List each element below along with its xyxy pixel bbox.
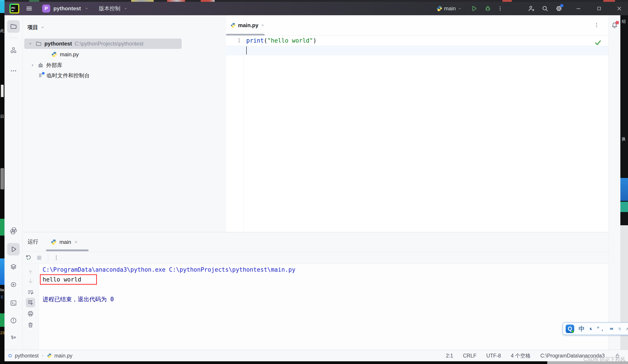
wrench-icon[interactable] bbox=[626, 326, 628, 332]
tree-file-name: main.py bbox=[60, 51, 79, 58]
toolbar-separator bbox=[48, 254, 48, 262]
run-button[interactable] bbox=[471, 5, 477, 12]
run-configuration-selector[interactable]: main bbox=[436, 5, 462, 12]
console-toolbar bbox=[22, 264, 39, 350]
inspections-ok-checkmark-icon[interactable] bbox=[594, 39, 602, 47]
ime-toolbar[interactable]: Q 中 °， bbox=[562, 322, 628, 335]
artifact-fragment bbox=[0, 313, 4, 327]
tool-terminal-button[interactable] bbox=[7, 297, 20, 309]
line-separator-widget[interactable]: CRLF bbox=[463, 353, 476, 359]
folder-icon bbox=[35, 41, 42, 47]
close-icon bbox=[616, 5, 623, 12]
breadcrumb-project[interactable]: pythontest bbox=[15, 353, 39, 359]
git-branch-icon bbox=[10, 335, 17, 342]
more-actions-button[interactable] bbox=[497, 5, 503, 12]
tree-row-main-py[interactable]: main.py bbox=[51, 49, 79, 60]
encoding-widget[interactable]: UTF-8 bbox=[486, 353, 501, 359]
run-tab-main[interactable]: main bbox=[46, 232, 89, 252]
close-button[interactable] bbox=[614, 2, 625, 15]
tool-project-button[interactable] bbox=[7, 20, 20, 33]
artifact-fragment bbox=[167, 0, 185, 2]
tool-more-button[interactable] bbox=[7, 64, 20, 77]
arrow-up-icon bbox=[27, 269, 34, 275]
python-icon bbox=[51, 239, 57, 245]
tab-close-icon[interactable] bbox=[74, 240, 78, 244]
run-tab-label: main bbox=[59, 239, 71, 245]
tool-git-button[interactable] bbox=[7, 332, 20, 345]
hexagon-play-icon bbox=[10, 281, 17, 288]
chevron-down-icon bbox=[84, 6, 89, 11]
main-menu-button[interactable] bbox=[26, 5, 33, 12]
moon-icon[interactable] bbox=[589, 326, 593, 332]
vcs-widget[interactable]: 版本控制 bbox=[99, 5, 128, 12]
settings-button[interactable] bbox=[555, 5, 562, 12]
minimize-button[interactable] bbox=[573, 2, 584, 15]
tool-python-console-button[interactable] bbox=[7, 278, 20, 291]
tree-external-libraries-label: 外部库 bbox=[46, 62, 62, 69]
code-line-1: print("hello world") bbox=[243, 36, 608, 46]
scratch-icon bbox=[38, 73, 44, 78]
soft-wrap-button[interactable] bbox=[26, 288, 35, 297]
artifact-fragment bbox=[201, 0, 215, 2]
pycharm-logo: PC bbox=[9, 3, 19, 13]
search-everywhere-button[interactable] bbox=[542, 5, 549, 12]
cursor-mover-icon[interactable] bbox=[618, 326, 621, 332]
maximize-button[interactable] bbox=[593, 2, 605, 15]
chevron-right-icon bbox=[41, 354, 45, 358]
print-button[interactable] bbox=[26, 309, 35, 318]
editor-area[interactable]: main.py 1 2 print("hello world") bbox=[226, 15, 608, 232]
editor-options-button[interactable] bbox=[593, 22, 600, 28]
tree-row-project-root[interactable]: pythontest C:\pythonProjects\pythontest bbox=[24, 39, 182, 49]
tab-close-icon[interactable] bbox=[261, 23, 265, 28]
artifact-fragment bbox=[620, 178, 628, 201]
stop-button[interactable] bbox=[35, 254, 43, 262]
scroll-to-end-button[interactable] bbox=[26, 298, 35, 307]
soft-wrap-icon bbox=[27, 289, 34, 296]
kebab-menu-icon bbox=[593, 22, 600, 28]
run-console[interactable]: C:\ProgramData\anaconda3\python.exe C:\p… bbox=[22, 264, 608, 350]
artifact-fragment bbox=[0, 2, 4, 13]
artifact-fragment bbox=[603, 0, 615, 2]
code-with-me-button[interactable] bbox=[528, 5, 535, 12]
breadcrumb-file[interactable]: main.py bbox=[54, 353, 73, 359]
ime-mode-button[interactable]: 中 bbox=[579, 325, 585, 333]
tool-problems-button[interactable] bbox=[7, 314, 20, 327]
tool-structure-button[interactable] bbox=[7, 44, 20, 57]
ime-punctuation-button[interactable]: °， bbox=[597, 325, 605, 332]
indent-widget[interactable]: 4 个空格 bbox=[511, 352, 530, 359]
tree-project-name: pythontest bbox=[44, 41, 72, 47]
chevron-down-icon bbox=[123, 6, 128, 11]
tree-row-scratches[interactable]: 临时文件和控制台 bbox=[38, 70, 90, 81]
project-panel-header[interactable]: 项目 bbox=[27, 24, 45, 31]
tree-project-path: C:\pythonProjects\pythontest bbox=[75, 41, 144, 47]
tab-main-py[interactable]: main.py bbox=[226, 15, 265, 35]
caret-position-widget[interactable]: 2:1 bbox=[446, 353, 453, 359]
title-bar: PC P pythontest 版本控制 main bbox=[4, 2, 628, 15]
artifact-fragment bbox=[29, 0, 39, 2]
debug-button[interactable] bbox=[484, 5, 491, 12]
clear-all-button[interactable] bbox=[26, 320, 35, 330]
csdn-watermark: CSDN @花下和风 bbox=[583, 356, 625, 363]
tool-services-button[interactable] bbox=[7, 260, 20, 273]
project-widget[interactable]: P pythontest bbox=[42, 4, 89, 12]
ime-logo[interactable]: Q bbox=[566, 325, 574, 333]
status-breadcrumb[interactable]: pythontest main.py bbox=[4, 353, 73, 359]
jump-to-previous-button[interactable] bbox=[26, 267, 35, 277]
alert-circle-icon bbox=[10, 317, 17, 324]
run-more-options-button[interactable] bbox=[53, 255, 59, 261]
rerun-button[interactable] bbox=[25, 254, 32, 262]
keyboard-icon[interactable] bbox=[610, 325, 614, 332]
tree-row-external-libraries[interactable]: 外部库 bbox=[30, 60, 62, 70]
layers-icon bbox=[10, 263, 17, 270]
notification-badge bbox=[616, 21, 619, 24]
code-area[interactable]: print("hello world") bbox=[243, 36, 608, 232]
chevron-down-icon bbox=[458, 6, 462, 11]
notifications-button[interactable] bbox=[611, 21, 618, 30]
debug-bug-icon bbox=[484, 5, 491, 12]
annotation-box bbox=[40, 274, 97, 285]
tool-run-button[interactable] bbox=[7, 243, 20, 255]
structure-icon bbox=[10, 47, 17, 54]
project-square-icon bbox=[8, 353, 12, 358]
jump-to-next-button[interactable] bbox=[26, 276, 35, 286]
tool-python-packages-button[interactable] bbox=[7, 225, 20, 237]
